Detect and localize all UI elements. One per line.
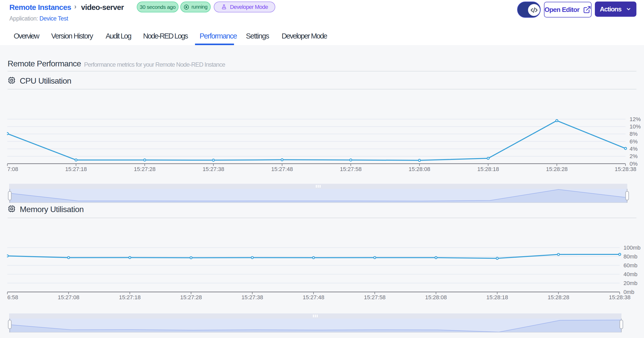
svg-text:7:08: 7:08 [7,166,18,172]
svg-text:15:27:48: 15:27:48 [271,166,293,172]
svg-text:6:58: 6:58 [7,294,18,301]
svg-text:15:28:28: 15:28:28 [546,166,568,172]
svg-text:15:28:28: 15:28:28 [548,294,569,301]
svg-text:60mb: 60mb [623,262,637,269]
svg-text:15:28:18: 15:28:18 [477,166,499,172]
svg-text:15:28:08: 15:28:08 [425,294,447,301]
svg-text:100mb: 100mb [623,245,640,251]
svg-text:4%: 4% [630,146,638,152]
svg-text:15:27:28: 15:27:28 [134,166,156,172]
svg-text:15:27:18: 15:27:18 [65,166,87,172]
svg-text:15:28:38: 15:28:38 [609,294,631,301]
svg-text:2%: 2% [630,153,638,159]
svg-text:80mb: 80mb [623,253,637,260]
svg-text:15:27:38: 15:27:38 [241,294,263,301]
svg-text:10%: 10% [630,123,641,130]
svg-text:15:27:08: 15:27:08 [58,294,80,301]
svg-text:15:27:58: 15:27:58 [364,294,386,301]
svg-text:15:28:18: 15:28:18 [486,294,508,301]
svg-text:15:27:48: 15:27:48 [303,294,324,301]
svg-text:12%: 12% [630,116,641,122]
svg-text:15:27:58: 15:27:58 [340,166,362,172]
svg-text:15:28:08: 15:28:08 [408,166,430,172]
svg-text:8%: 8% [630,131,638,137]
svg-text:15:27:28: 15:27:28 [180,294,202,301]
svg-text:15:28:38: 15:28:38 [615,166,636,172]
svg-text:20mb: 20mb [623,280,637,286]
svg-text:6%: 6% [630,138,638,145]
svg-text:15:27:18: 15:27:18 [119,294,141,301]
svg-text:40mb: 40mb [623,271,637,277]
svg-text:15:27:38: 15:27:38 [203,166,224,172]
